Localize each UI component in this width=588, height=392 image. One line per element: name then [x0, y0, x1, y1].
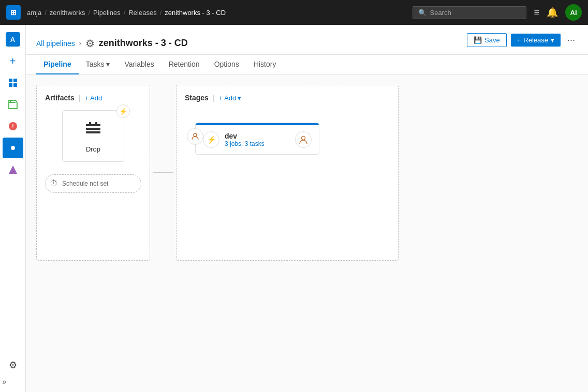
stages-title: Stages	[185, 94, 209, 102]
sidebar-item-logo[interactable]: A	[3, 29, 23, 50]
stages-add-label: Add	[224, 94, 236, 102]
search-icon: 🔍	[418, 9, 427, 17]
breadcrumb-amja[interactable]: amja	[27, 9, 41, 17]
sidebar-item-repos[interactable]	[3, 94, 23, 115]
svg-rect-9	[86, 128, 100, 130]
stages-add-button[interactable]: + Add ▾	[219, 94, 242, 102]
app-logo[interactable]: ⊞	[6, 5, 21, 20]
stage-info: dev 3 jobs, 3 tasks	[225, 132, 290, 147]
stages-add-icon: +	[219, 94, 223, 102]
stage-name: dev	[225, 132, 290, 140]
pipeline-actions: 💾 Save + Release ▾ ···	[467, 32, 578, 48]
svg-rect-2	[9, 83, 12, 87]
page-title: zenithworks - 3 - CD	[99, 38, 188, 49]
tasks-chevron-icon: ▾	[106, 60, 110, 68]
svg-text:!: !	[12, 124, 13, 129]
top-nav: ⊞ amja / zenithworks / Pipelines / Relea…	[0, 0, 588, 25]
sep-4: /	[160, 9, 162, 17]
stages-add-chevron: ▾	[238, 94, 241, 102]
stage-card-wrapper: ⚡ dev 3 jobs, 3 tasks	[195, 118, 319, 155]
sidebar-item-settings[interactable]: ⚙	[3, 355, 23, 375]
svg-rect-8	[86, 124, 100, 126]
artifacts-section: Artifacts | + Add ⚡	[36, 85, 150, 261]
pipeline-type-icon: ⚙	[85, 37, 95, 50]
breadcrumb-zenithworks[interactable]: zenithworks	[50, 9, 85, 17]
tab-pipeline[interactable]: Pipeline	[36, 55, 79, 74]
stage-card-dev[interactable]: ⚡ dev 3 jobs, 3 tasks	[195, 123, 319, 155]
sep-2: /	[88, 9, 90, 17]
release-label: Release	[523, 36, 548, 44]
pipeline-canvas-area: Artifacts | + Add ⚡	[26, 74, 588, 392]
artifacts-add-label: Add	[90, 94, 102, 102]
artifact-lightning-icon: ⚡	[119, 108, 127, 115]
release-plus-icon: +	[517, 36, 521, 44]
stage-meta[interactable]: 3 jobs, 3 tasks	[225, 140, 290, 147]
breadcrumb-pipelines[interactable]: Pipelines	[93, 9, 121, 17]
artifacts-header: Artifacts | + Add	[45, 94, 141, 102]
tabs-bar: Pipeline Tasks ▾ Variables Retention Opt…	[26, 55, 588, 74]
tab-variables[interactable]: Variables	[117, 55, 161, 74]
tab-options[interactable]: Options	[207, 55, 246, 74]
tab-retention[interactable]: Retention	[161, 55, 207, 74]
pipeline-header: All pipelines › ⚙ zenithworks - 3 - CD 💾…	[26, 25, 588, 55]
svg-point-15	[302, 137, 305, 140]
logo-icon: ⊞	[10, 8, 17, 17]
search-box[interactable]: 🔍 Search	[413, 6, 526, 19]
svg-rect-3	[13, 83, 17, 87]
breadcrumb-releases[interactable]: Releases	[128, 9, 156, 17]
schedule-clock-icon: ⏱	[50, 179, 58, 188]
sidebar-expand-button[interactable]: »	[3, 378, 23, 386]
svg-rect-11	[89, 122, 91, 125]
svg-rect-1	[13, 79, 17, 82]
sidebar: A + ! ⚙ »	[0, 25, 26, 392]
more-options-button[interactable]: ···	[565, 32, 578, 48]
svg-point-7	[11, 146, 15, 150]
schedule-label: Schedule not set	[62, 180, 108, 187]
pipeline-canvas: Artifacts | + Add ⚡	[36, 85, 578, 261]
sidebar-item-artifacts[interactable]: !	[3, 116, 23, 137]
save-label: Save	[484, 36, 500, 44]
stages-header: Stages | + Add ▾	[185, 94, 390, 102]
sidebar-item-add[interactable]: +	[3, 51, 23, 71]
breadcrumb: amja / zenithworks / Pipelines / Release…	[27, 9, 413, 17]
release-button[interactable]: + Release ▾	[511, 34, 561, 47]
artifacts-title: Artifacts	[45, 94, 75, 102]
stage-trigger-icon[interactable]: ⚡	[203, 131, 219, 148]
artifact-build-icon	[84, 119, 102, 141]
artifact-lightning-badge[interactable]: ⚡	[116, 104, 130, 118]
sidebar-item-boards[interactable]	[3, 72, 23, 93]
all-pipelines-link[interactable]: All pipelines	[36, 39, 75, 48]
stages-sep: |	[213, 94, 215, 102]
search-label: Search	[430, 9, 451, 17]
sidebar-bottom: ⚙ »	[3, 355, 23, 386]
sidebar-item-testplans[interactable]	[3, 159, 23, 180]
schedule-item[interactable]: ⏱ Schedule not set	[45, 174, 141, 193]
artifact-card-drop[interactable]: ⚡ Drop	[62, 110, 124, 162]
main-layout: A + ! ⚙ » All pipelines › ⚙	[0, 25, 588, 392]
stage-card-body: ⚡ dev 3 jobs, 3 tasks	[196, 125, 319, 154]
artifacts-add-icon: +	[84, 94, 89, 102]
stages-section: Stages | + Add ▾	[176, 85, 399, 261]
content-area: All pipelines › ⚙ zenithworks - 3 - CD 💾…	[26, 25, 588, 392]
artifacts-add-button[interactable]: + Add	[84, 94, 102, 102]
stage-post-approval-icon[interactable]	[295, 131, 312, 148]
notification-icon[interactable]: 🔔	[547, 7, 558, 18]
save-disk-icon: 💾	[474, 36, 482, 44]
breadcrumb-current: zenithworks - 3 - CD	[165, 9, 226, 17]
stage-pre-approval-icon[interactable]	[187, 128, 203, 145]
connector-svg	[150, 147, 176, 199]
sep-1: /	[45, 9, 47, 17]
breadcrumb-chevron: ›	[79, 40, 81, 47]
list-icon[interactable]: ≡	[534, 7, 539, 18]
svg-rect-0	[9, 79, 12, 82]
stage-lightning-icon: ⚡	[207, 135, 216, 144]
tab-history[interactable]: History	[246, 55, 284, 74]
pipeline-title-area: All pipelines › ⚙ zenithworks - 3 - CD	[36, 37, 188, 50]
save-button[interactable]: 💾 Save	[467, 33, 507, 47]
svg-point-14	[194, 133, 197, 137]
release-chevron-icon: ▾	[551, 36, 554, 44]
svg-rect-12	[95, 122, 97, 125]
tab-tasks[interactable]: Tasks ▾	[79, 55, 117, 74]
user-avatar[interactable]: AI	[565, 4, 582, 21]
sidebar-item-pipelines[interactable]	[3, 138, 23, 158]
